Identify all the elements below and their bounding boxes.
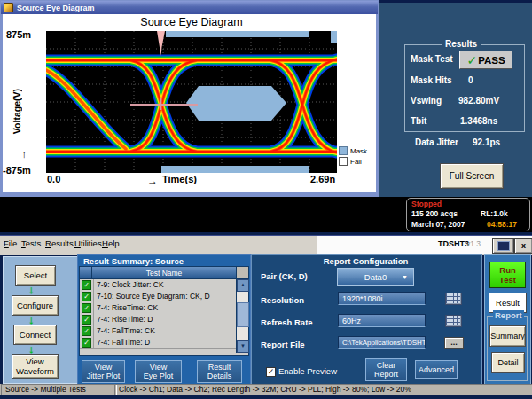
run-test-line2: Test — [499, 275, 516, 285]
test-name: 7-4: RiseTime: D — [93, 314, 236, 325]
pair-dropdown[interactable]: Data0 ▼ — [337, 268, 414, 286]
scroll-up-icon[interactable]: ▲ — [237, 279, 249, 292]
table-scrollbar[interactable]: ▲ ▼ — [236, 279, 248, 353]
test-name: 7-4: FallTime: CK — [93, 325, 236, 337]
app-switch-icon — [497, 241, 510, 251]
legend-mask: Mask — [339, 146, 367, 155]
eye-diagram-plot — [46, 31, 337, 173]
run-test-button[interactable]: Run Test — [489, 262, 526, 288]
test-table: Test Name ✓ 7-9: Clock Jitter: CK ✓ 7-10… — [79, 266, 249, 356]
browse-button[interactable]: ... — [444, 337, 464, 349]
menu-help[interactable]: Help — [102, 239, 120, 248]
view-eye-plot-button[interactable]: View Eye Plot — [135, 360, 182, 383]
pass-text: PASS — [478, 55, 505, 66]
dialog-client: Source Eye Diagram 875m Voltage(V) ↑ -87… — [3, 14, 376, 192]
table-row[interactable]: ✓ 7-4: RiseTime: CK — [80, 302, 236, 315]
configure-button[interactable]: Configure — [12, 295, 59, 316]
table-row[interactable]: ✓ 7-4: RiseTime: D — [80, 314, 236, 326]
mask-legend-label: Mask — [350, 147, 367, 155]
menu-results[interactable]: Results — [45, 239, 74, 248]
x-axis-min-label: 0.0 — [47, 174, 60, 184]
result-details-line2: Details — [207, 372, 232, 380]
data-jitter-label: Data Jitter — [415, 137, 458, 147]
mask-hits-label: Mask Hits — [411, 75, 452, 85]
pass-check-icon: ✓ — [82, 292, 91, 301]
result-details-button[interactable]: Result Details — [197, 360, 242, 383]
view-waveform-line2: Waveform — [16, 366, 54, 376]
vswing-label: Vswing — [411, 96, 442, 106]
chevron-down-icon: ▼ — [402, 274, 408, 280]
enable-preview-label: Enable Preview — [278, 366, 337, 376]
connect-button[interactable]: Connect — [13, 325, 57, 345]
clear-report-line2: Report — [374, 370, 398, 379]
keyboard-icon-button[interactable] — [445, 293, 462, 305]
x-axis-arrow-icon: → — [147, 175, 158, 187]
pass-check-icon: ✓ — [82, 315, 91, 325]
mask-hits-value: 0 — [468, 75, 473, 85]
x-axis-max-label: 2.69n — [310, 174, 335, 184]
pass-check-icon: ✓ — [82, 338, 91, 348]
close-icon: x — [521, 241, 526, 250]
keyboard-icon-button[interactable] — [445, 315, 462, 327]
menu-utilities[interactable]: Utilities — [74, 239, 102, 248]
view-waveform-button[interactable]: View Waveform — [12, 354, 59, 379]
status-source: Source -> Multiple Tests — [1, 384, 117, 395]
enable-preview-checkbox[interactable]: ✓ — [266, 367, 276, 377]
test-name: 7-9: Clock Jitter: CK — [93, 279, 236, 291]
run-test-line1: Run — [499, 265, 515, 275]
menu-tests[interactable]: Tests — [21, 239, 41, 248]
pass-check-icon: ✓ — [82, 326, 91, 336]
report-file-field[interactable]: C:\TekApplications\TDSHT — [338, 336, 426, 349]
acq-count: 115 200 acqs — [411, 209, 458, 218]
clear-report-button[interactable]: Clear Report — [365, 358, 407, 381]
configure-label: Configure — [17, 301, 53, 310]
table-row[interactable]: ✓ 7-10: Source Eye Diagram: CK, D — [80, 291, 236, 303]
eye-diagram-dialog: Source Eye Diagram Source Eye Diagram 87… — [0, 0, 379, 198]
x-axis-title: Time(s) — [162, 174, 197, 184]
result-details-line1: Result — [208, 363, 231, 372]
refresh-rate-field[interactable]: 60Hz — [338, 314, 426, 327]
scroll-down-icon[interactable]: ▼ — [237, 340, 249, 353]
view-jitter-plot-button[interactable]: View Jitter Plot — [82, 360, 125, 383]
detail-button[interactable]: Detail — [491, 352, 525, 373]
legend-fail: Fail — [339, 157, 362, 166]
full-screen-button[interactable]: Full Screen — [440, 163, 504, 189]
fail-legend-swatch — [339, 157, 348, 166]
test-name: 7-4: RiseTime: CK — [93, 302, 236, 314]
menu-file[interactable]: File — [4, 239, 17, 248]
clear-report-line1: Clear — [377, 361, 396, 370]
table-row[interactable]: ✓ 7-4: FallTime: CK — [80, 325, 236, 338]
workflow-arrow-icon: ↓ — [28, 285, 35, 295]
y-axis-max-label: 875m — [6, 29, 31, 40]
app-version: v1.3 — [466, 239, 481, 248]
hide-app-button[interactable] — [492, 238, 514, 254]
pass-check-icon: ✓ — [82, 280, 91, 290]
result-summary-title: Result Summary: Source — [83, 256, 184, 266]
acq-time: 04:58:17 — [487, 220, 517, 229]
fail-legend-label: Fail — [350, 158, 362, 166]
test-name: 7-4: FallTime: D — [93, 337, 236, 348]
resolution-field[interactable]: 1920*1080i — [338, 292, 426, 305]
table-row[interactable]: ✓ 7-9: Clock Jitter: CK — [80, 279, 236, 292]
report-config-title: Report Configuration — [251, 256, 481, 266]
acq-state: Stopped — [411, 200, 442, 208]
close-button[interactable]: x — [514, 238, 532, 254]
pair-label: Pair (CK, D) — [261, 271, 308, 281]
select-button[interactable]: Select — [15, 265, 56, 286]
acq-date: March 07, 2007 — [411, 220, 465, 229]
record-length: RL:1.0k — [481, 209, 508, 218]
app-window: Results Mask Test ✓ PASS Mask Hits 0 Vsw… — [0, 0, 532, 399]
data-jitter-value: 92.1ps — [473, 137, 500, 147]
table-row[interactable]: ✓ 7-4: FallTime: D — [80, 337, 236, 349]
dialog-titlebar[interactable]: Source Eye Diagram — [1, 1, 378, 14]
y-axis-title: Voltage(V) — [12, 89, 22, 134]
report-group-label: Report — [493, 310, 524, 320]
refresh-rate-label: Refresh Rate — [261, 317, 313, 327]
summary-button[interactable]: Summary — [489, 325, 526, 347]
view-jitter-line1: View — [95, 363, 112, 372]
scroll-thumb[interactable] — [237, 302, 249, 327]
y-axis-arrow-icon: ↑ — [21, 148, 27, 160]
status-config: Clock -> Ch1; Data -> Ch2; Rec Length ->… — [114, 384, 532, 395]
advanced-button[interactable]: Advanced — [415, 360, 458, 379]
resolution-label: Resolution — [261, 295, 304, 305]
